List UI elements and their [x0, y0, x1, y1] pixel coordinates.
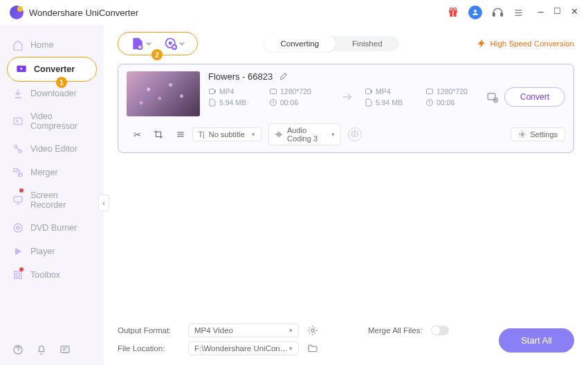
svg-rect-17: [14, 169, 17, 172]
sidebar-item-home[interactable]: Home: [0, 33, 104, 57]
chevron-down-icon: ▾: [331, 131, 335, 138]
merge-label: Merge All Files:: [368, 326, 423, 335]
support-icon[interactable]: [492, 7, 504, 19]
sidebar-item-burner[interactable]: DVD Burner: [0, 216, 104, 240]
burner-icon: [12, 222, 24, 233]
toolbar: 2 Converting Finished High Speed Convers…: [118, 32, 574, 55]
chevron-down-icon: ▾: [252, 131, 255, 138]
meta-row: MP4 5.94 MB 1280*720 00:06 MP4 5.94 MB: [208, 87, 565, 107]
sidebar: Home Converter 1 Downloader Video Compre…: [0, 25, 104, 365]
rename-icon[interactable]: [278, 72, 288, 82]
audio-icon: [275, 130, 283, 139]
svg-rect-7: [500, 12, 502, 16]
svg-rect-24: [15, 271, 17, 274]
player-icon: [12, 246, 24, 257]
sidebar-item-editor[interactable]: Video Editor: [0, 137, 104, 161]
high-speed-conversion-button[interactable]: High Speed Conversion: [477, 39, 574, 48]
file-bottom: ✂ T| No subtitle ▾ Audio Coding 3 ▾ ⓘ: [127, 123, 565, 145]
more-icon[interactable]: [176, 130, 185, 140]
svg-rect-37: [365, 89, 371, 94]
dst-meta-1: MP4 5.94 MB: [365, 87, 425, 107]
crop-icon[interactable]: [154, 130, 163, 140]
tab-converting[interactable]: Converting: [264, 36, 336, 51]
svg-line-16: [17, 148, 19, 150]
svg-rect-25: [19, 271, 21, 274]
open-folder-icon[interactable]: [307, 343, 318, 354]
clock-icon: [269, 98, 277, 107]
merge-toggle[interactable]: [431, 326, 449, 335]
output-settings-icon[interactable]: [486, 91, 499, 103]
sidebar-item-recorder[interactable]: Screen Recorder: [0, 184, 104, 216]
resolution-icon: [269, 87, 277, 96]
file-name: Flowers - 66823: [208, 71, 273, 82]
file-name-row: Flowers - 66823: [208, 71, 565, 82]
main: Home Converter 1 Downloader Video Compre…: [0, 25, 588, 365]
svg-point-5: [474, 10, 477, 12]
home-icon: [12, 39, 24, 51]
subtitle-dropdown[interactable]: T| No subtitle ▾: [192, 127, 261, 141]
sidebar-item-downloader[interactable]: Downloader: [0, 82, 104, 105]
svg-point-4: [453, 8, 456, 10]
sidebar-item-compressor[interactable]: Video Compressor: [0, 105, 104, 137]
start-all-button[interactable]: Start All: [499, 328, 574, 353]
info-icon[interactable]: ⓘ: [348, 127, 362, 141]
maximize-button[interactable]: ☐: [553, 6, 561, 19]
gift-icon[interactable]: [448, 7, 459, 18]
sidebar-item-label: DVD Burner: [30, 223, 77, 233]
sidebar-item-label: Video Editor: [30, 144, 77, 154]
notification-dot-icon: [19, 267, 24, 271]
add-files-group: 2: [118, 32, 198, 55]
status-tabs: Converting Finished: [264, 36, 398, 51]
format-settings-icon[interactable]: [307, 325, 318, 336]
user-icon[interactable]: [468, 6, 482, 19]
sidebar-item-label: Toolbox: [30, 270, 60, 280]
svg-rect-26: [15, 276, 17, 278]
sidebar-item-label: Merger: [30, 168, 58, 177]
app-title: Wondershare UniConverter: [29, 8, 138, 18]
svg-rect-34: [209, 89, 214, 94]
app-logo-icon: [10, 6, 24, 19]
svg-marker-23: [15, 248, 21, 256]
svg-point-51: [311, 329, 314, 332]
file-settings-button[interactable]: Settings: [511, 127, 565, 141]
sidebar-item-converter[interactable]: Converter 1: [7, 57, 97, 82]
sidebar-item-label: Downloader: [30, 89, 77, 98]
editor-icon: [12, 143, 24, 154]
output-format-dropdown[interactable]: MP4 Video ▾: [188, 323, 299, 337]
minimize-button[interactable]: −: [538, 6, 544, 19]
sidebar-item-toolbox[interactable]: Toolbox: [0, 263, 104, 287]
hsc-label: High Speed Conversion: [490, 39, 574, 48]
chevron-down-icon: ▾: [289, 327, 293, 334]
trim-icon[interactable]: ✂: [134, 130, 141, 140]
help-icon[interactable]: [12, 344, 24, 355]
svg-point-22: [17, 226, 19, 229]
src-meta-1: MP4 5.94 MB: [208, 87, 269, 107]
sidebar-item-merger[interactable]: Merger: [0, 161, 104, 184]
close-button[interactable]: ✕: [571, 6, 578, 19]
tab-finished[interactable]: Finished: [336, 36, 398, 51]
audio-dropdown[interactable]: Audio Coding 3 ▾: [268, 123, 341, 145]
file-top: Flowers - 66823 MP4 5.94 MB 1280*720 00:…: [127, 71, 565, 116]
file-location-dropdown[interactable]: F:\Wondershare UniConverter ▾: [188, 341, 299, 355]
collapse-sidebar-button[interactable]: ‹: [98, 195, 109, 211]
video-thumbnail[interactable]: [127, 71, 200, 116]
sidebar-item-label: Screen Recorder: [30, 190, 91, 210]
feedback-icon[interactable]: [59, 344, 71, 355]
sidebar-bottom: [0, 335, 104, 365]
sidebar-item-label: Converter: [34, 64, 75, 74]
sidebar-item-player[interactable]: Player: [0, 240, 104, 263]
titlebar-left: Wondershare UniConverter: [10, 6, 138, 19]
bell-icon[interactable]: [36, 344, 47, 355]
menu-icon[interactable]: [513, 8, 524, 18]
file-card: Flowers - 66823 MP4 5.94 MB 1280*720 00:…: [118, 64, 574, 153]
converter-icon: [16, 64, 27, 75]
video-icon: [208, 87, 217, 96]
add-file-button[interactable]: [131, 37, 151, 51]
file-icon: [365, 98, 373, 107]
convert-button[interactable]: Convert: [504, 87, 565, 107]
svg-rect-27: [19, 276, 21, 278]
output-format-label: Output Format:: [118, 326, 180, 335]
add-dvd-button[interactable]: [164, 37, 185, 51]
svg-rect-6: [493, 12, 495, 16]
svg-point-21: [14, 224, 22, 232]
